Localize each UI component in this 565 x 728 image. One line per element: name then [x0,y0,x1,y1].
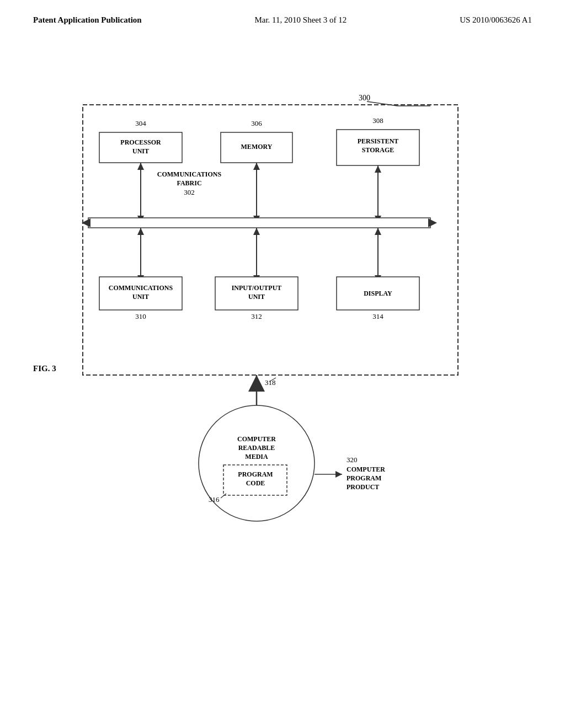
ref-318: 318 [265,378,276,387]
svg-text:MEMORY: MEMORY [241,143,273,151]
svg-marker-16 [253,163,260,170]
ref-316: 316 [209,495,220,504]
ref-320: 320 [347,456,358,464]
svg-text:PROGRAM: PROGRAM [347,474,381,482]
svg-marker-25 [137,228,144,235]
svg-text:UNIT: UNIT [132,147,149,155]
svg-marker-13 [137,163,144,170]
ref-308: 308 [372,116,383,125]
svg-marker-28 [253,228,260,235]
svg-text:COMMUNICATIONS: COMMUNICATIONS [157,170,222,178]
svg-text:COMMUNICATIONS: COMMUNICATIONS [109,284,173,292]
svg-marker-31 [375,228,381,235]
svg-marker-23 [428,218,437,227]
date-sheet-label: Mar. 11, 2010 Sheet 3 of 12 [254,15,347,25]
ref-314: 314 [372,312,383,320]
svg-text:COMPUTER: COMPUTER [347,465,385,473]
patent-number-label: US 2010/0063626 A1 [460,15,532,25]
svg-text:INPUT/OUTPUT: INPUT/OUTPUT [232,284,282,292]
svg-text:COMPUTER: COMPUTER [237,435,276,443]
svg-text:MEDIA: MEDIA [245,453,268,461]
svg-rect-21 [88,218,430,228]
publication-label: Patent Application Publication [33,15,142,25]
diagram-svg: 300 PROCESSOR UNIT 304 MEMORY 306 PERSIS… [44,77,519,557]
svg-marker-19 [375,165,381,173]
svg-text:PERSISTENT: PERSISTENT [358,137,399,145]
svg-text:PROGRAM: PROGRAM [238,470,273,478]
ref-304: 304 [135,119,146,127]
svg-text:READABLE: READABLE [238,444,275,452]
ref-302: 302 [184,188,195,196]
page-header: Patent Application Publication Mar. 11, … [0,0,565,25]
svg-text:FABRIC: FABRIC [177,179,201,187]
svg-text:STORAGE: STORAGE [362,146,394,154]
svg-text:UNIT: UNIT [248,293,265,301]
ref-310: 310 [135,312,146,320]
svg-marker-42 [248,375,265,392]
ref-300: 300 [359,94,370,102]
svg-text:PROCESSOR: PROCESSOR [120,138,161,146]
svg-text:PRODUCT: PRODUCT [347,483,379,491]
svg-text:CODE: CODE [246,479,265,487]
ref-312: 312 [251,312,262,320]
svg-marker-51 [335,471,342,478]
readable-media-circle [199,405,315,521]
svg-text:DISPLAY: DISPLAY [364,290,392,297]
svg-text:UNIT: UNIT [132,293,149,301]
ref-306: 306 [251,119,262,127]
